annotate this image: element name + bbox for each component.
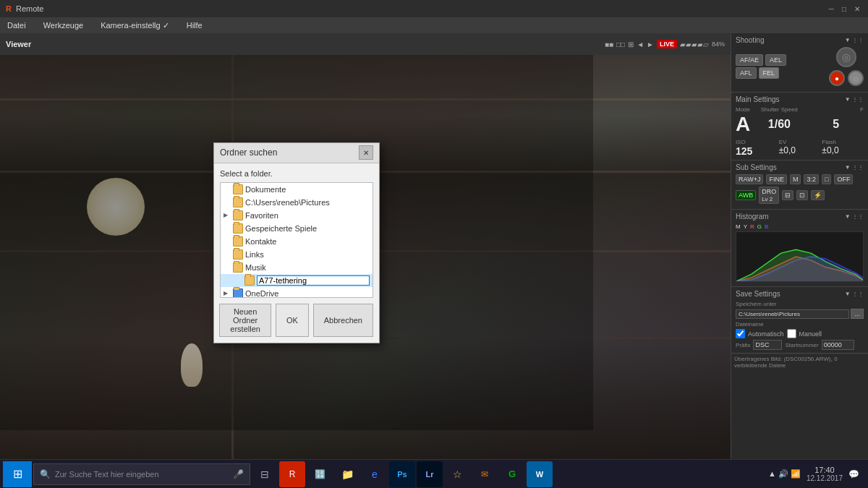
hist-g: G xyxy=(757,223,762,230)
badge-awb: AWB xyxy=(736,190,756,200)
folder-icon xyxy=(244,275,255,286)
start-button[interactable]: ⊞ xyxy=(3,461,32,487)
folder-item-dokumente[interactable]: Dokumente xyxy=(221,183,373,196)
folder-item-kontakte[interactable]: Kontakte xyxy=(221,235,373,248)
app-word[interactable]: W xyxy=(527,461,553,487)
sub-settings-collapse[interactable]: ▼ ⋮⋮ xyxy=(845,164,864,171)
task-view-btn[interactable]: ⊟ xyxy=(252,461,278,487)
hist-r: R xyxy=(750,223,754,230)
close-button[interactable]: ✕ xyxy=(852,4,862,14)
main-settings-header[interactable]: Main Settings ▼ ⋮⋮ xyxy=(736,95,864,103)
folder-item-spiele[interactable]: Gespeicherte Spiele xyxy=(221,222,373,235)
manual-checkbox[interactable] xyxy=(787,329,796,338)
auto-checkbox[interactable] xyxy=(736,329,745,338)
menu-hilfe[interactable]: Hilfe xyxy=(182,20,207,31)
app-star[interactable]: ☆ xyxy=(444,461,470,487)
menu-datei[interactable]: Datei xyxy=(3,20,30,31)
cancel-button[interactable]: Abbrechen xyxy=(313,304,373,337)
app-mail[interactable]: ✉ xyxy=(472,461,498,487)
folder-name-musik: Musik xyxy=(245,263,370,272)
badge-ratio: 3:2 xyxy=(804,174,819,184)
shooting-label: Shooting xyxy=(736,36,764,44)
folder-item-favoriten[interactable]: ▶ Favoriten xyxy=(221,209,373,222)
app-edge[interactable]: e xyxy=(362,461,388,487)
system-tray: ▲ 🔊 📶 xyxy=(768,469,801,479)
af-button[interactable]: ◎ xyxy=(836,47,856,67)
folder-name-spiele: Gespeicherte Spiele xyxy=(245,224,370,233)
shooting-collapse[interactable]: ▼ ⋮⋮ xyxy=(845,37,864,43)
save-settings-label: Save Settings xyxy=(736,290,780,298)
folder-tree[interactable]: Dokumente C:\Users\reneb\Pictures ▶ xyxy=(220,182,373,298)
new-folder-button[interactable]: Neuen Ordner erstellen xyxy=(219,304,271,337)
clock: 17:40 12.12.2017 xyxy=(807,466,843,482)
dateiname-label: Dateiname xyxy=(736,321,864,328)
folder-item-musik[interactable]: Musik xyxy=(221,261,373,274)
taskbar-right: ▲ 🔊 📶 17:40 12.12.2017 💬 xyxy=(768,466,865,482)
browse-button[interactable]: ... xyxy=(851,309,864,319)
fel-btn[interactable]: FEL xyxy=(759,67,780,79)
histogram-area xyxy=(736,231,864,282)
save-settings-collapse[interactable]: ▼ ⋮⋮ xyxy=(845,291,864,297)
ael-btn[interactable]: AEL xyxy=(765,54,786,66)
praefix-label: Präfix xyxy=(736,342,750,348)
sub-settings-label: Sub Settings xyxy=(736,163,777,171)
folder-name-input-a77[interactable] xyxy=(257,275,370,286)
badge-extra1: ⊟ xyxy=(782,190,793,200)
viewer-area: Viewer ■■ □□ ⊞ ◄ ► LIVE ▰▰▰▰▱ 84% xyxy=(0,33,731,459)
af-ae-btn[interactable]: AF/AE xyxy=(736,54,763,66)
auto-checkbox-row: Automatisch Manuell xyxy=(736,329,864,338)
start-icon: ⊞ xyxy=(13,467,22,481)
startnummer-input[interactable] xyxy=(822,340,854,350)
save-settings-header[interactable]: Save Settings ▼ ⋮⋮ xyxy=(736,290,864,298)
folder-icon xyxy=(233,288,243,298)
menu-kamera[interactable]: Kamera-einstellg ✓ xyxy=(96,20,174,32)
minimize-button[interactable]: ─ xyxy=(826,4,836,14)
folder-icon xyxy=(233,249,243,260)
app-icon: R xyxy=(6,4,12,13)
praefix-input[interactable] xyxy=(753,340,782,350)
app-explorer[interactable]: 📁 xyxy=(334,461,360,487)
record-button[interactable]: ● xyxy=(829,70,845,86)
afl-btn[interactable]: AFL xyxy=(736,67,757,79)
app-lr[interactable]: Lr xyxy=(417,461,443,487)
window-title: Remote xyxy=(16,4,44,13)
sub-settings-header[interactable]: Sub Settings ▼ ⋮⋮ xyxy=(736,163,864,171)
save-path-input[interactable] xyxy=(736,309,849,319)
shooting-header[interactable]: Shooting ▼ ⋮⋮ xyxy=(736,36,864,44)
folder-item-links[interactable]: Links xyxy=(221,248,373,261)
search-icon: 🔍 xyxy=(40,469,51,479)
shooting-controls: AF/AE AEL AFL FEL ◎ ● ☺ xyxy=(736,47,864,86)
histogram-header[interactable]: Histogram ▼ ⋮⋮ xyxy=(736,213,864,221)
right-panel: Shooting ▼ ⋮⋮ AF/AE AEL AFL FEL ◎ xyxy=(731,33,868,459)
search-bar[interactable]: 🔍 Zur Suche Text hier eingeben 🎤 xyxy=(33,463,250,485)
badge-box: □ xyxy=(822,174,831,184)
dialog-body: Select a folder. Dokumente xyxy=(214,163,379,343)
maximize-button[interactable]: □ xyxy=(839,4,849,14)
dialog-close-button[interactable]: ✕ xyxy=(359,145,373,160)
viewer-content: Ordner suchen ✕ Select a folder. Dokumen… xyxy=(0,55,731,459)
dialog-subtitle: Select a folder. xyxy=(220,169,373,178)
histogram-collapse[interactable]: ▼ ⋮⋮ xyxy=(845,213,864,220)
menu-werkzeuge[interactable]: Werkzeuge xyxy=(39,20,88,31)
dialog-buttons: Neuen Ordner erstellen OK Abbrechen xyxy=(220,304,373,337)
folder-name-onedrive: OneDrive xyxy=(245,289,370,298)
sub-badges-row2: AWB DROLv 2 ⊟ ⊡ ⚡ xyxy=(736,187,864,204)
app-g[interactable]: G xyxy=(499,461,525,487)
app-red[interactable]: R xyxy=(279,461,305,487)
app-ps[interactable]: Ps xyxy=(389,461,415,487)
folder-item-a77[interactable] xyxy=(221,274,373,287)
folder-icon xyxy=(233,236,243,247)
dialog-titlebar: Ordner suchen ✕ xyxy=(214,143,379,163)
folder-item-downloads[interactable]: C:\Users\reneb\Pictures xyxy=(221,196,373,209)
startnummer-label: Startnummer xyxy=(785,342,818,348)
live-badge: LIVE xyxy=(657,40,677,48)
badge-dro: DROLv 2 xyxy=(759,187,779,204)
ok-button[interactable]: OK xyxy=(276,304,309,337)
folder-icon xyxy=(233,184,243,194)
hist-m: M xyxy=(736,223,741,230)
app-calc[interactable]: 🔢 xyxy=(307,461,333,487)
folder-item-onedrive[interactable]: ▶ OneDrive xyxy=(221,287,373,298)
shoot-mode-button[interactable]: ☺ xyxy=(848,70,864,86)
main-settings-collapse[interactable]: ▼ ⋮⋮ xyxy=(845,96,864,103)
notification-icon[interactable]: 💬 xyxy=(848,469,859,479)
